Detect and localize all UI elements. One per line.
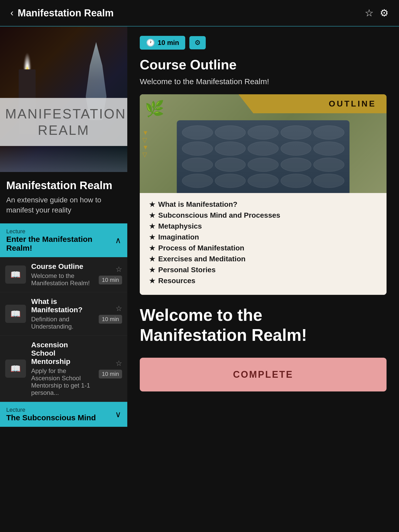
lecture-duration-2: 10 min (99, 315, 122, 324)
header-left: ‹ Manifestation Realm (10, 8, 114, 19)
back-button[interactable]: ‹ (10, 8, 14, 18)
book-icon: 📖 (10, 309, 21, 319)
outline-item-text: Metaphysics (158, 222, 202, 230)
lecture-subtitle-2: Definition and Understanding. (31, 316, 94, 330)
tuft (248, 174, 279, 188)
outline-item-text: Exercises and Meditation (158, 255, 245, 263)
welcome-big-line1: Welcome to the (140, 306, 262, 324)
lecture-subtitle-1: Welcome to the Manifestation Realm! (31, 272, 94, 287)
outline-item: ★ Subconscious Mind and Processes (149, 211, 377, 220)
outline-item: ★ Personal Stories (149, 266, 377, 274)
lecture-icon-box: 📖 (5, 305, 26, 323)
outline-item: ★ Exercises and Meditation (149, 255, 377, 263)
tuft (281, 125, 311, 139)
outline-item-text: Resources (158, 277, 195, 285)
star-icon: ★ (149, 222, 155, 230)
lecture-info-3: Ascension School Mentorship Apply for th… (31, 341, 94, 396)
time-badge-row: 🕐 10 min ⚙ (140, 36, 387, 50)
tuft (182, 158, 213, 172)
lecture-info-1: Course Outline Welcome to the Manifestat… (31, 262, 94, 287)
tuft (215, 158, 246, 172)
lecture-bookmark-icon-3[interactable]: ☆ (116, 359, 122, 368)
hero-title-line2: REALM (5, 122, 122, 138)
outline-card: OUTLINE 🌿 ▼ ▽ ▼ ▽ (140, 94, 387, 295)
lecture-item[interactable]: 📖 What is Manifestation? Definition and … (0, 292, 127, 336)
outline-item: ★ What is Manifestation? (149, 200, 377, 209)
tuft (215, 142, 246, 156)
outline-item: ★ Process of Manifestation (149, 244, 377, 252)
outline-item-text: Personal Stories (158, 266, 216, 274)
lecture-item[interactable]: 📖 Ascension School Mentorship Apply for … (0, 336, 127, 402)
lecture-title-3: Ascension School Mentorship (31, 341, 94, 366)
section-name-1: Enter the Manifestation Realm! (6, 235, 115, 252)
outline-label: OUTLINE (238, 94, 387, 113)
link-copy-icon: ⚙ (195, 39, 201, 47)
arrow-icon-4: ▽ (142, 151, 149, 158)
section-header-subconscious[interactable]: Lecture The Subconscious Mind ∨ (0, 402, 127, 427)
link-copy-button[interactable]: ⚙ (189, 36, 206, 49)
content-welcome-text: Welcome to the Manifestation Realm! (140, 77, 387, 86)
lecture-duration-3: 10 min (99, 370, 122, 378)
star-icon: ★ (149, 266, 155, 274)
time-badge: 🕐 10 min (140, 36, 185, 50)
star-icon: ★ (149, 255, 155, 263)
course-description: An extensive guide on how to manifest yo… (6, 195, 121, 215)
tuft (248, 142, 279, 156)
welcome-big-line2: Manifestation Realm! (140, 326, 307, 344)
hero-floral-bottom (0, 146, 127, 172)
outline-image-top: OUTLINE 🌿 ▼ ▽ ▼ ▽ (140, 94, 387, 193)
lecture-info-2: What is Manifestation? Definition and Un… (31, 297, 94, 330)
candle-flame (23, 52, 31, 71)
star-icon: ★ (149, 277, 155, 285)
tuft (215, 125, 246, 139)
tuft (314, 142, 344, 156)
content-title: Course Outline (140, 57, 387, 72)
complete-button[interactable]: COMPLETE (140, 358, 387, 391)
chevron-down-icon: ∨ (115, 409, 121, 419)
lecture-meta-2: ☆ 10 min (99, 304, 122, 324)
outline-item: ★ Metaphysics (149, 222, 377, 230)
lecture-bookmark-icon-1[interactable]: ☆ (116, 265, 122, 274)
link-icon[interactable]: ⚙ (380, 7, 389, 19)
section-header-enter[interactable]: Lecture Enter the Manifestation Realm! ∧ (0, 223, 127, 257)
left-panel: MANIFESTATION REALM Manifestation Realm … (0, 26, 127, 427)
clock-icon: 🕐 (146, 38, 155, 47)
time-badge-text: 10 min (158, 39, 179, 47)
section-header-info-2: Lecture The Subconscious Mind (6, 407, 96, 422)
tuft (182, 125, 213, 139)
lecture-icon-box: 📖 (5, 265, 26, 284)
lecture-title-1: Course Outline (31, 262, 94, 271)
cushion-tufts (177, 120, 350, 193)
star-icon: ★ (149, 233, 155, 241)
chevron-up-icon: ∧ (115, 235, 121, 245)
book-icon: 📖 (10, 364, 21, 374)
lecture-bookmark-icon-2[interactable]: ☆ (116, 304, 122, 313)
tuft (281, 174, 311, 188)
outline-item: ★ Resources (149, 277, 377, 285)
lecture-title-2: What is Manifestation? (31, 297, 94, 314)
right-panel: 🕐 10 min ⚙ Course Outline Welcome to the… (127, 26, 399, 427)
section-header-info-1: Lecture Enter the Manifestation Realm! (6, 228, 115, 252)
hero-title-line1: MANIFESTATION (5, 106, 122, 122)
outline-list: ★ What is Manifestation? ★ Subconscious … (140, 193, 387, 295)
course-title: Manifestation Realm (6, 179, 121, 192)
section-name-2: The Subconscious Mind (6, 413, 96, 422)
lecture-duration-1: 10 min (99, 276, 122, 284)
tuft (314, 158, 344, 172)
course-info: Manifestation Realm An extensive guide o… (0, 172, 127, 219)
outline-item-text: Subconscious Mind and Processes (158, 211, 280, 220)
header-title: Manifestation Realm (18, 8, 114, 19)
tuft (314, 174, 344, 188)
hero-text-overlay: MANIFESTATION REALM (0, 98, 127, 146)
header-icons: ☆ ⚙ (365, 7, 389, 19)
bookmark-icon[interactable]: ☆ (365, 7, 374, 19)
tuft (248, 158, 279, 172)
tuft (182, 142, 213, 156)
section-label-2: Lecture (6, 407, 96, 413)
arrow-icon-1: ▼ (142, 130, 149, 136)
tuft (248, 125, 279, 139)
lecture-item[interactable]: 📖 Course Outline Welcome to the Manifest… (0, 257, 127, 292)
outline-item-text: What is Manifestation? (158, 200, 237, 209)
outline-item: ★ Imagination (149, 233, 377, 241)
star-icon: ★ (149, 211, 155, 220)
